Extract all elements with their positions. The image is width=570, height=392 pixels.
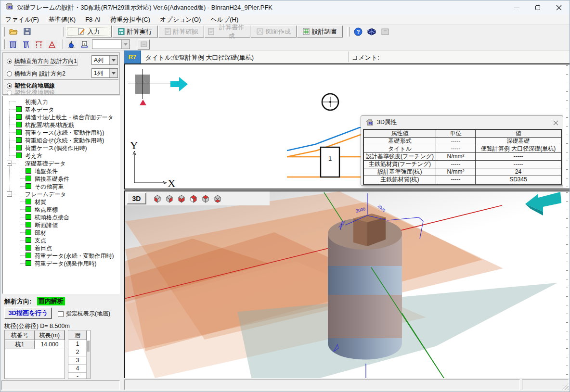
svg-text:F8: F8 [8, 6, 12, 9]
chevron-down-icon [112, 72, 116, 75]
r7-code-tab[interactable]: R7 [124, 51, 141, 63]
tree-item-supports[interactable]: 支点 [3, 236, 119, 244]
frame-view-button[interactable] [46, 39, 58, 50]
pile-table-header-length[interactable]: 杭長(m) [35, 330, 65, 340]
tree-item-initial-input[interactable]: 初期入力 [3, 98, 119, 105]
minimize-button[interactable] [506, 0, 527, 15]
menu-standards[interactable]: 基準値(K) [44, 15, 80, 25]
attr-name: 設計基準強度(杭) [364, 168, 436, 176]
toolbar-grip[interactable] [61, 39, 63, 49]
menu-options[interactable]: オプション(O) [155, 15, 206, 25]
view-cube-top-button[interactable] [200, 193, 211, 204]
tree-item-load-data-acc[interactable]: 荷重データ(偶発作用時) [3, 259, 119, 267]
pile-layout-view-button[interactable] [33, 39, 45, 50]
view-cube-left-button[interactable] [176, 193, 187, 204]
view-cube-right-button[interactable] [188, 193, 199, 204]
menu-f8ai[interactable]: F8-AI [80, 15, 105, 25]
row-select[interactable]: A列 [91, 55, 118, 65]
member-number-button[interactable]: 1 [78, 39, 90, 50]
layer-table-header[interactable]: 層 [68, 330, 87, 340]
tree-item-structure-dims[interactable]: 構造寸法/上載土・橋台背面データ [3, 113, 119, 121]
view-cube-front-button[interactable] [152, 193, 163, 204]
tree-item-frame-data[interactable]: フレームデータ [3, 190, 119, 198]
drawing-icon [257, 28, 263, 35]
layer-row[interactable]: 3 [68, 356, 87, 365]
scrollbar-thumb[interactable] [87, 341, 90, 352]
tree-item-node-coords[interactable]: 格点座標 [3, 205, 119, 213]
tree-item-pile-layout[interactable]: 杭配置/杭長/杭配筋 [3, 121, 119, 128]
radio-label: 橋軸方向 設計方向2 [14, 70, 65, 78]
3d-model-viewport[interactable]: 2000 2000 2000 3D [124, 190, 570, 379]
tree-item-section-values[interactable]: 断面諸値 [3, 221, 119, 228]
collapse-icon[interactable] [7, 161, 12, 166]
toolbar-grip[interactable] [62, 27, 64, 37]
tree-item-pile-head-joint[interactable]: 杭頭格点接合 [3, 213, 119, 221]
pile-table: 杭番号 杭長(m) 杭1 14.000 [4, 330, 65, 379]
disabled-tool-button[interactable] [138, 39, 150, 50]
tree-item-check-points[interactable]: 着目点 [3, 244, 119, 252]
view-cube-icon [165, 194, 174, 203]
tree-item-policy[interactable]: 考え方 [3, 152, 119, 159]
col-select[interactable]: 1列 [91, 68, 118, 78]
dialog-title-bar[interactable]: F8 3D属性 [361, 116, 563, 128]
combobox-arrow-button[interactable] [109, 69, 117, 77]
pier-side-view-button[interactable] [20, 39, 32, 50]
mode-calc-check-button[interactable]: 計算確認 [158, 25, 204, 38]
mode-drawing-button[interactable]: 図面作成 [251, 25, 297, 38]
3d-attributes-dialog[interactable]: F8 3D属性 属性値 単位 値 基礎形式 ----- 深礎基礎 [361, 115, 563, 186]
view-cube-bottom-button[interactable] [212, 193, 223, 204]
collapse-icon[interactable] [7, 191, 12, 197]
tree-item-load-combo[interactable]: 荷重組合せ(永続・変動作用時) [3, 136, 119, 144]
3d-mode-button[interactable]: 3D [127, 192, 146, 204]
open-file-button[interactable] [7, 26, 20, 38]
draw-3d-button[interactable]: 3D描画を行う [4, 307, 52, 319]
mode-input-button[interactable]: 入力 [66, 25, 112, 38]
f8-3d-button[interactable] [365, 26, 378, 38]
mode-report-button[interactable]: 計算書作成 [205, 25, 250, 38]
toolbar-grip[interactable] [2, 27, 5, 37]
layer-row[interactable]: - [68, 373, 87, 379]
close-button[interactable] [548, 0, 570, 15]
toolbar-grip[interactable] [347, 27, 350, 37]
mode-calc-run-button[interactable]: 計算実行 [112, 25, 158, 38]
pile-display-checkbox[interactable]: 指定杭表示(地層) [58, 310, 110, 318]
radio-design-direction-2[interactable]: 橋軸方向 設計方向2 [7, 70, 65, 78]
menu-load-share[interactable]: 荷重分担率(C) [105, 15, 155, 25]
support-point-button[interactable]: 1 [65, 39, 77, 50]
tree-item-ground-conditions[interactable]: 地盤条件 [3, 167, 119, 175]
save-file-button[interactable] [21, 26, 33, 38]
tree-item-load-case-acc[interactable]: 荷重ケース(偶発作用時) [3, 144, 119, 152]
pile-table-header-number[interactable]: 杭番号 [5, 330, 35, 340]
combobox-arrow-button[interactable] [121, 40, 130, 49]
help-button[interactable]: ? [352, 26, 364, 38]
tree-item-load-data-perm[interactable]: 荷重データ(永続・変動作用時) [3, 252, 119, 259]
blank-tool-icon [381, 28, 389, 35]
tree-item-members[interactable]: 部材 [3, 228, 119, 236]
layer-row[interactable]: 4 [68, 365, 87, 373]
pier-front-view-button[interactable] [7, 39, 19, 50]
layer-table-scrollbar[interactable] [86, 340, 90, 379]
toolbar-grip[interactable] [2, 39, 5, 49]
2d-model-view[interactable]: Y X 1 F8 3D属性 [124, 63, 570, 190]
tree-item-adjacent-foundation[interactable]: 隣接基礎条件 [3, 175, 119, 182]
pile-length-cell[interactable]: 14.000 [35, 340, 65, 349]
view-cube-icon [189, 194, 198, 203]
tree-item-other-loads[interactable]: その他荷重 [3, 182, 119, 190]
view-select-combobox[interactable] [92, 39, 130, 49]
layer-row[interactable]: 1 [68, 340, 87, 348]
radio-design-direction-1[interactable]: 橋軸直角方向 設計方向1 [7, 57, 77, 65]
tree-item-caisson-data[interactable]: 深礎基礎データ [3, 159, 119, 167]
pile-row-header[interactable]: 杭1 [5, 340, 35, 349]
combobox-arrow-button[interactable] [109, 56, 117, 64]
mode-design-doc-button[interactable]: 設計調書 [297, 25, 343, 38]
menu-file[interactable]: ファイル(F) [0, 15, 44, 25]
view-cube-back-button[interactable] [164, 193, 175, 204]
dialog-close-button[interactable] [551, 118, 560, 127]
layer-row[interactable]: 2 [68, 348, 87, 356]
tree-item-material[interactable]: 材質 [3, 198, 119, 205]
tree-item-load-case-perm[interactable]: 荷重ケース(永続・変動作用時) [3, 128, 119, 136]
svg-text:X: X [168, 177, 176, 190]
maximize-button[interactable] [527, 0, 548, 15]
tree-item-basic-data[interactable]: 基本データ [3, 105, 119, 113]
extra-tool-button[interactable] [379, 26, 391, 38]
